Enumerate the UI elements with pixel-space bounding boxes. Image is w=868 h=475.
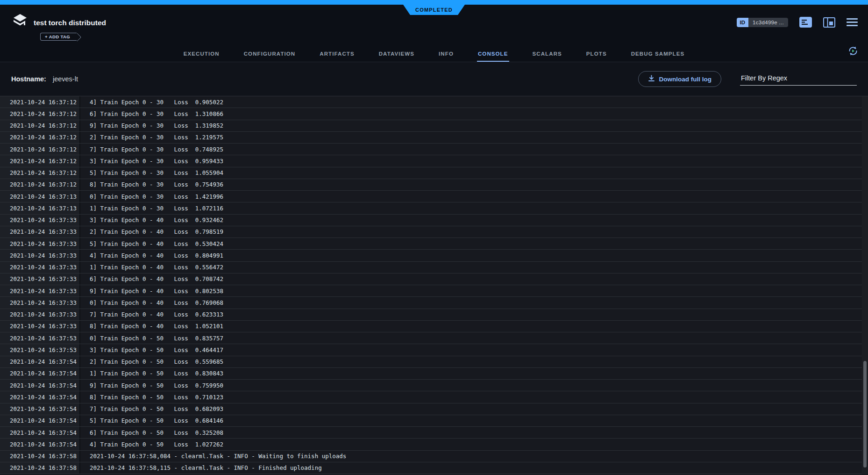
log-row: 2021-10-24 16:37:123] Train Epoch 0 - 30… — [0, 155, 862, 167]
log-row: 2021-10-24 16:37:332] Train Epoch 0 - 40… — [0, 226, 862, 238]
split-view-icon[interactable] — [823, 17, 835, 28]
log-timestamp: 2021-10-24 16:37:58 — [0, 451, 80, 462]
log-timestamp: 2021-10-24 16:37:54 — [0, 380, 80, 391]
log-timestamp: 2021-10-24 16:37:33 — [0, 321, 80, 332]
log-row: 2021-10-24 16:37:128] Train Epoch 0 - 30… — [0, 179, 862, 191]
log-timestamp: 2021-10-24 16:37:54 — [0, 403, 80, 415]
log-row: 2021-10-24 16:37:339] Train Epoch 0 - 40… — [0, 285, 862, 297]
menu-icon[interactable] — [847, 18, 858, 26]
hostname-label: Hostname: — [11, 75, 46, 83]
log-message: 2] Train Epoch 0 - 40 Loss 0.798519 — [80, 226, 223, 238]
log-row: 2021-10-24 16:37:541] Train Epoch 0 - 50… — [0, 368, 862, 380]
log-message: 3] Train Epoch 0 - 50 Loss 0.464417 — [80, 344, 223, 355]
log-message: 1] Train Epoch 0 - 30 Loss 1.072116 — [80, 202, 223, 214]
log-message: 9] Train Epoch 0 - 40 Loss 0.802538 — [80, 285, 223, 296]
log-message: 8] Train Epoch 0 - 30 Loss 0.754936 — [80, 179, 223, 190]
log-timestamp: 2021-10-24 16:37:33 — [0, 215, 80, 226]
log-message: 8] Train Epoch 0 - 50 Loss 0.710123 — [80, 391, 223, 403]
add-tag-button[interactable]: + ADD TAG — [40, 33, 77, 41]
tab-debug-samples[interactable]: DEBUG SAMPLES — [630, 51, 686, 62]
log-timestamp: 2021-10-24 16:37:12 — [0, 120, 80, 131]
log-message: 3] Train Epoch 0 - 40 Loss 0.932462 — [80, 215, 223, 226]
log-message: 0] Train Epoch 0 - 40 Loss 0.769068 — [80, 297, 223, 308]
log-timestamp: 2021-10-24 16:37:53 — [0, 344, 80, 355]
status-color-strip — [0, 0, 868, 5]
download-full-log-label: Download full log — [659, 76, 711, 83]
download-full-log-button[interactable]: Download full log — [638, 71, 721, 87]
log-row: 2021-10-24 16:37:130] Train Epoch 0 - 30… — [0, 191, 862, 202]
log-row: 2021-10-24 16:37:547] Train Epoch 0 - 50… — [0, 403, 862, 415]
id-badge[interactable]: ID 1c3d499e ... — [737, 18, 788, 27]
tab-bar: EXECUTIONCONFIGURATIONARTIFACTSDATAVIEWS… — [0, 51, 868, 62]
log-timestamp: 2021-10-24 16:37:33 — [0, 226, 80, 238]
log-message: 5] Train Epoch 0 - 30 Loss 1.055904 — [80, 167, 223, 179]
log-message: 7] Train Epoch 0 - 30 Loss 0.748925 — [80, 144, 223, 155]
tab-execution[interactable]: EXECUTION — [183, 51, 221, 62]
log-message: 3] Train Epoch 0 - 30 Loss 0.959433 — [80, 155, 223, 166]
log-row: 2021-10-24 16:37:335] Train Epoch 0 - 40… — [0, 238, 862, 250]
log-row: 2021-10-24 16:37:582021-10-24 16:37:58,1… — [0, 462, 862, 474]
log-row: 2021-10-24 16:37:331] Train Epoch 0 - 40… — [0, 262, 862, 273]
log-row: 2021-10-24 16:37:124] Train Epoch 0 - 30… — [0, 96, 862, 108]
log-row: 2021-10-24 16:37:549] Train Epoch 0 - 50… — [0, 380, 862, 391]
log-row: 2021-10-24 16:37:546] Train Epoch 0 - 50… — [0, 427, 862, 439]
log-message: 9] Train Epoch 0 - 30 Loss 1.319852 — [80, 120, 223, 131]
download-icon — [648, 75, 655, 83]
log-timestamp: 2021-10-24 16:37:12 — [0, 179, 80, 190]
tab-plots[interactable]: PLOTS — [585, 51, 608, 62]
log-timestamp: 2021-10-24 16:37:58 — [0, 462, 80, 474]
auto-refresh-icon[interactable] — [847, 45, 859, 58]
log-timestamp: 2021-10-24 16:37:33 — [0, 297, 80, 308]
status-badge-label: COMPLETED — [415, 7, 453, 13]
log-row: 2021-10-24 16:37:545] Train Epoch 0 - 50… — [0, 415, 862, 427]
log-timestamp: 2021-10-24 16:37:54 — [0, 427, 80, 438]
tab-console[interactable]: CONSOLE — [477, 51, 509, 62]
log-rows: 2021-10-24 16:37:124] Train Epoch 0 - 30… — [0, 96, 862, 474]
log-timestamp: 2021-10-24 16:37:12 — [0, 96, 80, 108]
log-message: 6] Train Epoch 0 - 40 Loss 0.708742 — [80, 273, 223, 285]
experiment-title: test torch distributed — [34, 19, 106, 27]
log-message: 4] Train Epoch 0 - 30 Loss 0.905022 — [80, 96, 223, 108]
log-row: 2021-10-24 16:37:338] Train Epoch 0 - 40… — [0, 321, 862, 332]
log-timestamp: 2021-10-24 16:37:54 — [0, 439, 80, 450]
log-timestamp: 2021-10-24 16:37:33 — [0, 285, 80, 296]
tab-info[interactable]: INFO — [438, 51, 455, 62]
log-row: 2021-10-24 16:37:125] Train Epoch 0 - 30… — [0, 167, 862, 179]
log-timestamp: 2021-10-24 16:37:12 — [0, 132, 80, 143]
log-timestamp: 2021-10-24 16:37:54 — [0, 415, 80, 426]
scrollbar-thumb[interactable] — [863, 361, 867, 468]
log-message: 2021-10-24 16:37:58,084 - clearml.Task -… — [80, 451, 346, 462]
filter-field-wrap — [740, 72, 857, 86]
log-message: 2021-10-24 16:37:58,115 - clearml.Task -… — [80, 462, 322, 474]
tab-configuration[interactable]: CONFIGURATION — [243, 51, 297, 62]
log-timestamp: 2021-10-24 16:37:12 — [0, 155, 80, 166]
log-timestamp: 2021-10-24 16:37:12 — [0, 167, 80, 179]
log-row: 2021-10-24 16:37:542] Train Epoch 0 - 50… — [0, 356, 862, 368]
log-timestamp: 2021-10-24 16:37:54 — [0, 368, 80, 379]
log-message: 5] Train Epoch 0 - 50 Loss 0.684146 — [80, 415, 223, 426]
log-timestamp: 2021-10-24 16:37:33 — [0, 273, 80, 285]
log-timestamp: 2021-10-24 16:37:33 — [0, 250, 80, 261]
log-row: 2021-10-24 16:37:548] Train Epoch 0 - 50… — [0, 391, 862, 403]
log-message: 1] Train Epoch 0 - 50 Loss 0.830843 — [80, 368, 223, 379]
log-message: 0] Train Epoch 0 - 30 Loss 1.421996 — [80, 191, 223, 202]
scrollbar-track[interactable] — [862, 96, 868, 474]
tab-dataviews[interactable]: DATAVIEWS — [378, 51, 415, 62]
log-row: 2021-10-24 16:37:122] Train Epoch 0 - 30… — [0, 132, 862, 144]
tab-artifacts[interactable]: ARTIFACTS — [319, 51, 355, 62]
log-timestamp: 2021-10-24 16:37:13 — [0, 191, 80, 202]
log-message: 5] Train Epoch 0 - 40 Loss 0.530424 — [80, 238, 223, 249]
experiment-logo-icon — [11, 13, 29, 31]
log-row: 2021-10-24 16:37:530] Train Epoch 0 - 50… — [0, 332, 862, 344]
log-message: 1] Train Epoch 0 - 40 Loss 0.556472 — [80, 262, 223, 273]
details-toggle-icon[interactable] — [799, 17, 812, 28]
id-label: ID — [737, 18, 749, 27]
log-timestamp: 2021-10-24 16:37:54 — [0, 391, 80, 403]
log-row: 2021-10-24 16:37:533] Train Epoch 0 - 50… — [0, 344, 862, 356]
log-timestamp: 2021-10-24 16:37:13 — [0, 202, 80, 214]
tab-scalars[interactable]: SCALARS — [532, 51, 563, 62]
log-row: 2021-10-24 16:37:330] Train Epoch 0 - 40… — [0, 297, 862, 309]
log-timestamp: 2021-10-24 16:37:53 — [0, 332, 80, 344]
log-message: 2] Train Epoch 0 - 50 Loss 0.559685 — [80, 356, 223, 367]
filter-regex-input[interactable] — [740, 72, 857, 86]
